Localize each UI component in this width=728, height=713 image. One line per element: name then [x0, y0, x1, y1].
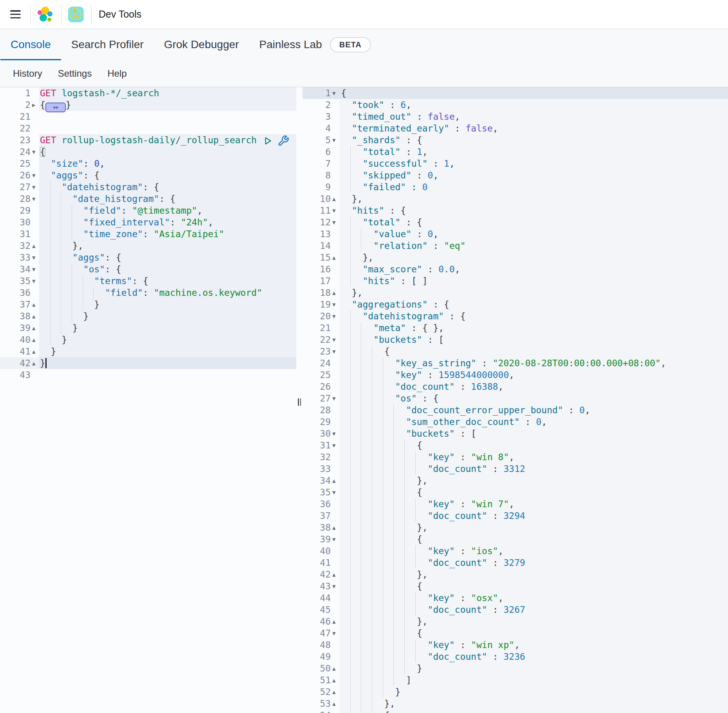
code-content[interactable]: },: [339, 569, 728, 580]
elastic-logo[interactable]: [37, 7, 53, 22]
code-content[interactable]: {: [339, 580, 728, 592]
request-line-34[interactable]: 34▾ "os": {: [0, 263, 296, 275]
code-content[interactable]: }: [39, 346, 296, 357]
code-content[interactable]: "size": 0,: [39, 158, 296, 169]
code-content[interactable]: "doc_count" : 3279: [339, 557, 728, 569]
code-content[interactable]: "total" : {: [339, 216, 728, 228]
code-content[interactable]: }: [39, 357, 296, 369]
code-content[interactable]: "key" : "win xp",: [339, 639, 728, 651]
request-line-27[interactable]: 27▾ "datehistogram": {: [0, 181, 296, 193]
response-line-39[interactable]: 39▾ {: [303, 533, 728, 545]
request-line-31[interactable]: 31 "time_zone": "Asia/Taipei": [0, 228, 296, 240]
code-content[interactable]: }: [339, 663, 728, 674]
request-line-30[interactable]: 30 "fixed_interval": "24h",: [0, 216, 296, 228]
fold-toggle-icon[interactable]: ▴: [331, 193, 339, 205]
code-content[interactable]: }: [39, 322, 296, 334]
code-content[interactable]: },: [339, 252, 728, 263]
code-content[interactable]: ]: [339, 674, 728, 686]
code-content[interactable]: "sum_other_doc_count" : 0,: [339, 416, 728, 428]
fold-toggle-icon[interactable]: ▴: [331, 569, 339, 580]
code-content[interactable]: },: [339, 475, 728, 486]
code-content[interactable]: [39, 369, 296, 381]
tab-painless-lab[interactable]: Painless Lab: [249, 29, 332, 60]
fold-toggle-icon[interactable]: ▴: [331, 686, 339, 698]
code-content[interactable]: }: [39, 299, 296, 310]
request-line-29[interactable]: 29 "field": "@timestamp",: [0, 205, 296, 216]
code-content[interactable]: },: [339, 287, 728, 299]
code-content[interactable]: "doc_count_error_upper_bound" : 0,: [339, 404, 728, 416]
response-line-49[interactable]: 49 "doc_count" : 3236: [303, 651, 728, 663]
response-line-40[interactable]: 40 "key" : "ios",: [303, 545, 728, 557]
code-content[interactable]: [39, 111, 296, 122]
request-line-2[interactable]: 2▸{↔}: [0, 99, 296, 111]
code-content[interactable]: {: [339, 439, 728, 451]
code-content[interactable]: },: [339, 193, 728, 205]
code-content[interactable]: "doc_count" : 3267: [339, 604, 728, 616]
fold-toggle-icon[interactable]: ▴: [31, 310, 39, 322]
response-line-5[interactable]: 5▾ "_shards" : {: [303, 134, 728, 146]
request-line-39[interactable]: 39▴ }: [0, 322, 296, 334]
response-line-53[interactable]: 53▴ },: [303, 698, 728, 709]
response-line-25[interactable]: 25 "key" : 1598544000000,: [303, 369, 728, 381]
fold-toggle-icon[interactable]: ▴: [331, 616, 339, 627]
response-line-29[interactable]: 29 "sum_other_doc_count" : 0,: [303, 416, 728, 428]
fold-toggle-icon[interactable]: ▴: [31, 240, 39, 252]
fold-toggle-icon[interactable]: ▴: [331, 252, 339, 263]
response-line-12[interactable]: 12▾ "total" : {: [303, 216, 728, 228]
fold-toggle-icon[interactable]: ▾: [31, 146, 39, 158]
tab-search-profiler[interactable]: Search Profiler: [61, 29, 154, 60]
request-line-1[interactable]: 1GET logstash-*/_search: [0, 87, 296, 99]
code-content[interactable]: "key" : 1598544000000,: [339, 369, 728, 381]
fold-toggle-icon[interactable]: ▴: [31, 357, 39, 369]
code-content[interactable]: "terms": {: [39, 275, 296, 287]
fold-toggle-icon[interactable]: ▴: [31, 299, 39, 310]
fold-toggle-icon[interactable]: ▴: [31, 322, 39, 334]
code-content[interactable]: {↔}: [39, 99, 296, 111]
code-content[interactable]: },: [39, 240, 296, 252]
code-content[interactable]: "total" : 1,: [339, 146, 728, 158]
request-line-36[interactable]: 36 "field": "machine.os.keyword": [0, 287, 296, 299]
code-content[interactable]: "key_as_string" : "2020-08-28T00:00:00.0…: [339, 357, 728, 369]
fold-toggle-icon[interactable]: ▾: [331, 393, 339, 404]
response-line-30[interactable]: 30▾ "buckets" : [: [303, 428, 728, 439]
response-line-4[interactable]: 4 "terminated_early" : false,: [303, 122, 728, 134]
code-content[interactable]: "skipped" : 0,: [339, 169, 728, 181]
code-content[interactable]: "relation" : "eq": [339, 240, 728, 252]
response-viewer[interactable]: 1▾{2 "took" : 6,3 "timed_out" : false,4 …: [303, 87, 728, 713]
fold-toggle-icon[interactable]: ▴: [31, 334, 39, 346]
response-line-41[interactable]: 41 "doc_count" : 3279: [303, 557, 728, 569]
response-line-35[interactable]: 35▾ {: [303, 486, 728, 498]
code-content[interactable]: {: [339, 709, 728, 713]
request-line-25[interactable]: 25 "size": 0,: [0, 158, 296, 169]
fold-toggle-icon[interactable]: ▾: [331, 346, 339, 357]
code-content[interactable]: "key" : "win 8",: [339, 451, 728, 463]
tab-console[interactable]: Console: [0, 29, 61, 60]
code-content[interactable]: "timed_out" : false,: [339, 111, 728, 122]
code-content[interactable]: "os": {: [39, 263, 296, 275]
response-line-42[interactable]: 42▴ },: [303, 569, 728, 580]
code-content[interactable]: {: [339, 87, 728, 99]
response-line-1[interactable]: 1▾{: [303, 87, 728, 99]
tab-grok-debugger[interactable]: Grok Debugger: [154, 29, 249, 60]
request-line-28[interactable]: 28▾ "date_histogram": {: [0, 193, 296, 205]
code-content[interactable]: "fixed_interval": "24h",: [39, 216, 296, 228]
code-content[interactable]: "datehistogram": {: [39, 181, 296, 193]
response-line-8[interactable]: 8 "skipped" : 0,: [303, 169, 728, 181]
fold-toggle-icon[interactable]: ▾: [331, 299, 339, 310]
response-line-13[interactable]: 13 "value" : 0,: [303, 228, 728, 240]
code-content[interactable]: "key" : "osx",: [339, 592, 728, 604]
response-line-22[interactable]: 22▾ "buckets" : [: [303, 334, 728, 346]
response-line-33[interactable]: 33 "doc_count" : 3312: [303, 463, 728, 475]
response-line-11[interactable]: 11▾ "hits" : {: [303, 205, 728, 216]
response-line-14[interactable]: 14 "relation" : "eq": [303, 240, 728, 252]
code-content[interactable]: "key" : "ios",: [339, 545, 728, 557]
request-line-35[interactable]: 35▾ "terms": {: [0, 275, 296, 287]
code-content[interactable]: "buckets" : [: [339, 428, 728, 439]
fold-toggle-icon[interactable]: ▾: [31, 275, 39, 287]
code-content[interactable]: [39, 122, 296, 134]
fold-toggle-icon[interactable]: ▾: [31, 252, 39, 263]
response-line-26[interactable]: 26 "doc_count" : 16388,: [303, 381, 728, 393]
menu-item-settings[interactable]: Settings: [56, 68, 94, 79]
code-content[interactable]: },: [339, 522, 728, 533]
code-content[interactable]: {: [39, 146, 296, 158]
